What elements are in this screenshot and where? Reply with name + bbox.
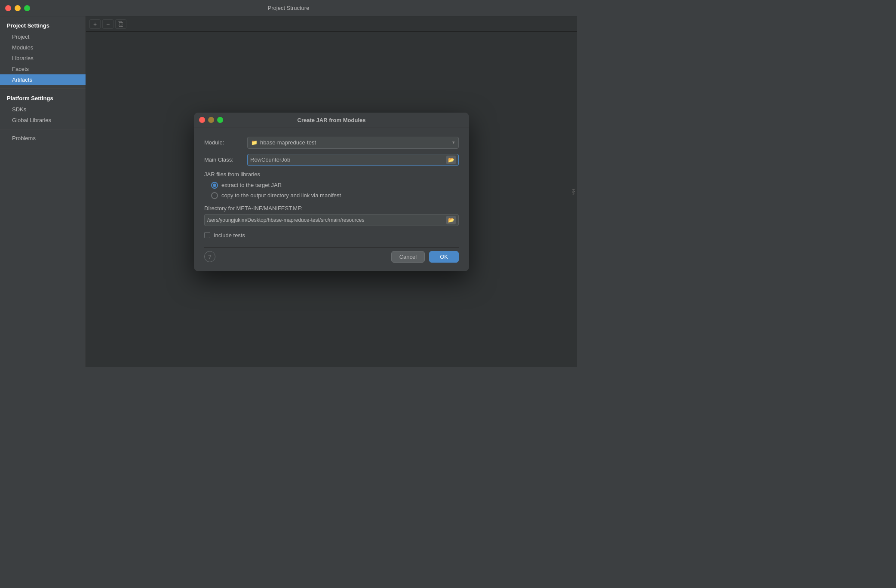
title-bar: Project Structure [0,0,577,16]
sidebar-item-problems[interactable]: Problems [0,133,86,144]
sidebar-item-libraries[interactable]: Libraries [0,53,86,64]
dialog-title-bar: Create JAR from Modules [194,113,469,128]
dialog-traffic-lights [199,117,223,123]
manifest-input-wrapper: 📂 [204,214,459,226]
sidebar-divider-2 [0,129,86,129]
module-label: Module: [204,139,247,146]
include-tests-checkbox[interactable] [204,232,210,238]
platform-settings-header: Platform Settings [0,92,86,104]
radio-copy-label: copy to the output directory and link vi… [221,192,341,199]
maximize-button[interactable] [24,5,30,11]
window-title: Project Structure [268,5,310,11]
sidebar-item-facets[interactable]: Facets [0,64,86,74]
folder-icon: 📂 [448,157,454,163]
dialog-buttons: Cancel OK [391,251,459,263]
main-layout: Project Settings Project Modules Librari… [0,16,577,367]
manifest-browse-button[interactable]: 📂 [446,216,456,224]
module-select[interactable]: 📁 hbase-mapreduce-test ▾ [247,137,459,149]
module-icon: 📁 [251,140,258,146]
content-area: + − ⿻ Re Create JAR from Modules [86,16,577,367]
dialog-body: Module: 📁 hbase-mapreduce-test ▾ Main Cl… [194,128,469,271]
radio-copy-circle[interactable] [211,192,218,199]
cancel-button[interactable]: Cancel [391,251,425,263]
manifest-dir-input[interactable] [207,217,446,223]
sidebar-item-global-libraries[interactable]: Global Libraries [0,115,86,126]
radio-extract-circle[interactable] [211,182,218,189]
radio-group: extract to the target JAR copy to the ou… [211,182,459,199]
manifest-section: Directory for META-INF/MANIFEST.MF: 📂 [204,205,459,226]
module-row: Module: 📁 hbase-mapreduce-test ▾ [204,137,459,149]
project-settings-header: Project Settings [0,20,86,31]
dialog-footer: ? Cancel OK [204,247,459,263]
jar-files-label: JAR files from libraries [204,171,459,178]
sidebar-item-modules[interactable]: Modules [0,42,86,53]
dialog-minimize-button[interactable] [208,117,214,123]
dropdown-arrow-icon: ▾ [452,140,455,145]
title-bar-buttons [5,5,30,11]
minimize-button[interactable] [15,5,21,11]
main-class-row: Main Class: 📂 [204,154,459,166]
main-class-input[interactable] [250,156,446,163]
dialog-close-button[interactable] [199,117,205,123]
main-class-browse-button[interactable]: 📂 [446,156,456,164]
include-tests-row[interactable]: Include tests [204,232,459,239]
radio-copy[interactable]: copy to the output directory and link vi… [211,192,459,199]
manifest-dir-label: Directory for META-INF/MANIFEST.MF: [204,205,459,211]
ok-button[interactable]: OK [429,251,459,263]
dialog-overlay: Create JAR from Modules Module: 📁 hbase-… [86,16,577,367]
dialog-title: Create JAR from Modules [298,117,366,123]
sidebar-item-project[interactable]: Project [0,31,86,42]
sidebar-item-sdks[interactable]: SDKs [0,104,86,115]
close-button[interactable] [5,5,11,11]
sidebar: Project Settings Project Modules Librari… [0,16,86,367]
folder-icon-manifest: 📂 [448,217,454,223]
dialog-maximize-button[interactable] [217,117,223,123]
sidebar-divider [0,89,86,89]
module-select-value: hbase-mapreduce-test [260,139,452,146]
radio-extract-label: extract to the target JAR [221,182,282,188]
include-tests-label: Include tests [214,232,245,239]
help-button[interactable]: ? [204,251,215,262]
radio-extract[interactable]: extract to the target JAR [211,182,459,189]
main-class-input-wrapper: 📂 [247,154,459,166]
sidebar-item-artifacts[interactable]: Artifacts [0,74,86,85]
create-jar-dialog: Create JAR from Modules Module: 📁 hbase-… [194,113,469,271]
main-class-label: Main Class: [204,156,247,163]
